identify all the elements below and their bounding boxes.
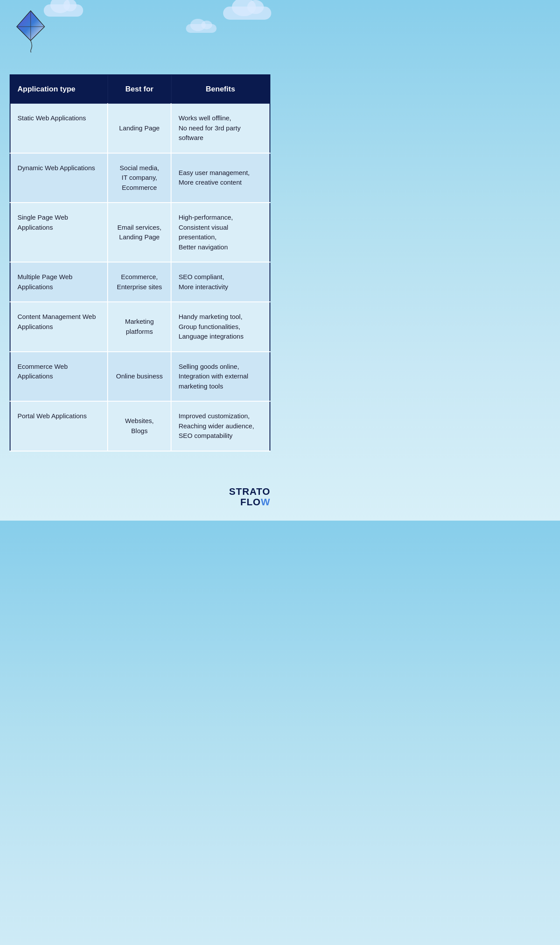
cell-app-type: Multiple Page Web Applications: [10, 262, 108, 302]
cell-app-type: Static Web Applications: [10, 104, 108, 153]
cell-app-type: Ecommerce Web Applications: [10, 352, 108, 402]
table-row: Ecommerce Web ApplicationsOnline busines…: [10, 352, 270, 402]
logo-line2: FLOW: [229, 497, 270, 508]
cell-best-for: Social media,IT company,Ecommerce: [108, 153, 171, 203]
cell-app-type: Single Page Web Applications: [10, 203, 108, 262]
main-content: Application type Best for Benefits Stati…: [0, 0, 280, 478]
col-header-app-type: Application type: [10, 75, 108, 104]
cell-app-type: Portal Web Applications: [10, 401, 108, 451]
col-header-benefits: Benefits: [171, 75, 270, 104]
cell-benefits: SEO compliant,More interactivity: [171, 262, 270, 302]
cell-benefits: Easy user management,More creative conte…: [171, 153, 270, 203]
cell-best-for: Email services,Landing Page: [108, 203, 171, 262]
cell-benefits: Selling goods online,Integration with ex…: [171, 352, 270, 402]
table-row: Multiple Page Web ApplicationsEcommerce,…: [10, 262, 270, 302]
cell-best-for: Marketing platforms: [108, 302, 171, 352]
table-row: Portal Web ApplicationsWebsites,BlogsImp…: [10, 401, 270, 451]
logo-w: W: [261, 497, 270, 508]
brand-logo: STRATO FLOW: [229, 486, 270, 508]
table-row: Dynamic Web ApplicationsSocial media,IT …: [10, 153, 270, 203]
table-header-row: Application type Best for Benefits: [10, 75, 270, 104]
logo-line1: STRATO: [229, 486, 270, 497]
table-row: Static Web ApplicationsLanding PageWorks…: [10, 104, 270, 153]
cell-benefits: Improved customization,Reaching wider au…: [171, 401, 270, 451]
table-row: Single Page Web ApplicationsEmail servic…: [10, 203, 270, 262]
cell-benefits: High-performance,Consistent visual prese…: [171, 203, 270, 262]
cell-best-for: Ecommerce,Enterprise sites: [108, 262, 171, 302]
cell-app-type: Content Management Web Applications: [10, 302, 108, 352]
cell-best-for: Websites,Blogs: [108, 401, 171, 451]
cell-best-for: Online business: [108, 352, 171, 402]
cell-app-type: Dynamic Web Applications: [10, 153, 108, 203]
cell-benefits: Works well offline,No need for 3rd party…: [171, 104, 270, 153]
col-header-best-for: Best for: [108, 75, 171, 104]
table-row: Content Management Web ApplicationsMarke…: [10, 302, 270, 352]
cell-best-for: Landing Page: [108, 104, 171, 153]
cell-benefits: Handy marketing tool,Group functionaliti…: [171, 302, 270, 352]
comparison-table: Application type Best for Benefits Stati…: [10, 74, 270, 452]
logo-area: STRATO FLOW: [0, 478, 280, 521]
